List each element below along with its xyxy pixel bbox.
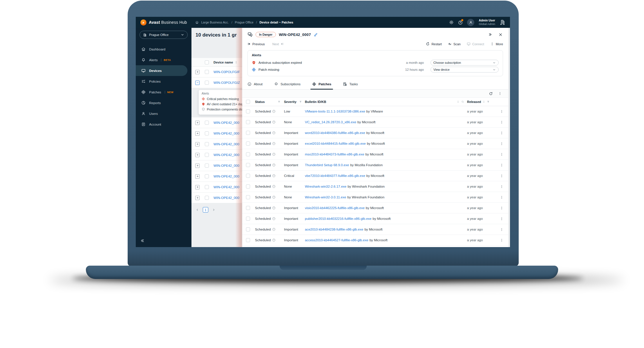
expand-row-button[interactable] <box>195 185 200 189</box>
row-menu-kebab-icon[interactable] <box>500 174 504 178</box>
bulletin-column-header[interactable]: Bulletin ID/KB <box>305 100 326 104</box>
row-checkbox[interactable] <box>246 184 250 188</box>
tab-about[interactable]: About <box>247 82 263 89</box>
sidebar-item-users[interactable]: Users <box>136 108 191 119</box>
help-button[interactable] <box>458 20 463 25</box>
bulletin-link[interactable]: Wireshark-win32-2.6.17.exe <box>305 185 346 188</box>
collapse-row-button[interactable] <box>195 81 200 85</box>
row-checkbox[interactable] <box>205 121 209 125</box>
row-checkbox[interactable] <box>246 131 250 135</box>
bulletin-link[interactable]: access2010-kb4464527-fullfile-x86-glb.ex… <box>305 238 368 242</box>
bulletin-link[interactable]: publisher2010-kb4032216-fullfile-x86-glb… <box>305 217 372 220</box>
row-menu-kebab-icon[interactable] <box>500 153 504 156</box>
expand-row-button[interactable] <box>195 70 200 74</box>
row-menu-kebab-icon[interactable] <box>500 163 504 167</box>
released-column-header[interactable]: Released <box>467 100 481 104</box>
status-column-header[interactable]: Status <box>255 100 265 104</box>
row-checkbox[interactable] <box>205 81 209 85</box>
filter-funnel-icon[interactable] <box>299 100 302 103</box>
filter-funnel-icon[interactable] <box>278 100 281 103</box>
bulletin-link[interactable]: mso2010-kb4484373-fullfile-x86-glb.exe <box>305 153 364 156</box>
select-all-checkbox[interactable] <box>205 60 209 64</box>
sidebar-item-account[interactable]: Account <box>136 119 191 130</box>
sort-icon[interactable] <box>235 61 238 64</box>
tab-tasks[interactable]: Tasks <box>343 82 358 89</box>
sort-icon[interactable] <box>457 100 460 103</box>
org-selector[interactable]: Prague Office <box>140 31 188 39</box>
previous-device-button[interactable]: Previous <box>247 42 265 46</box>
expand-row-button[interactable] <box>195 153 200 157</box>
bulletin-link[interactable]: ace2010-kb4484238-fullfile-x86-glb.exe <box>305 228 363 231</box>
page-number[interactable]: 1 <box>203 207 208 213</box>
row-menu-kebab-icon[interactable] <box>500 238 504 242</box>
refresh-icon[interactable] <box>489 92 493 96</box>
user-info[interactable]: Admin User Global Admin <box>479 19 495 26</box>
sidebar-item-alerts[interactable]: Alerts BETA <box>136 55 191 65</box>
row-checkbox[interactable] <box>246 109 250 113</box>
collapse-sidebar-button[interactable] <box>140 238 145 243</box>
page-prev-icon[interactable] <box>196 208 199 211</box>
row-checkbox[interactable] <box>246 217 250 221</box>
bulletin-link[interactable]: vbe72010-kb4484377-fullfile-x86-glb.exe <box>305 174 365 177</box>
row-checkbox[interactable] <box>246 163 250 167</box>
settings-gear-icon[interactable] <box>449 20 454 25</box>
row-checkbox[interactable] <box>205 70 209 74</box>
select-all-checkbox[interactable] <box>246 100 250 104</box>
table-menu-kebab-icon[interactable] <box>498 92 502 95</box>
alert-action-select[interactable]: View device <box>430 67 499 72</box>
bulletin-link[interactable]: Wireshark-win32-3.0.11.exe <box>305 195 346 199</box>
sort-icon[interactable] <box>482 100 485 103</box>
collapse-panel-icon[interactable] <box>488 32 492 37</box>
bulletin-link[interactable]: Thunderbird Setup 68.9.0.exe <box>305 163 349 167</box>
row-checkbox[interactable] <box>205 185 209 189</box>
expand-row-button[interactable] <box>195 121 200 125</box>
tab-subscriptions[interactable]: Subscriptions <box>274 82 301 89</box>
row-checkbox[interactable] <box>205 164 209 168</box>
row-menu-kebab-icon[interactable] <box>500 131 504 135</box>
breadcrumb-account[interactable]: Large Business Acc. <box>201 21 229 24</box>
sidebar-item-devices[interactable]: Devices <box>136 65 187 76</box>
device-link[interactable]: WIN-OPE42_000 <box>214 175 239 178</box>
bulletin-link[interactable]: visio2010-kb4462225-fullfile-x86-glb.exe <box>305 206 365 210</box>
row-checkbox[interactable] <box>205 131 209 135</box>
row-menu-kebab-icon[interactable] <box>500 228 504 231</box>
close-panel-icon[interactable] <box>499 33 502 37</box>
restart-button[interactable]: Restart <box>426 42 442 46</box>
expand-row-button[interactable] <box>195 131 200 136</box>
device-name-column-header[interactable]: Device name <box>214 61 233 64</box>
row-checkbox[interactable] <box>246 195 250 199</box>
home-icon[interactable] <box>195 21 199 24</box>
row-menu-kebab-icon[interactable] <box>500 185 504 188</box>
row-menu-kebab-icon[interactable] <box>500 142 504 146</box>
row-checkbox[interactable] <box>205 174 209 178</box>
row-checkbox[interactable] <box>246 238 250 242</box>
page-next-icon[interactable] <box>212 208 215 211</box>
breadcrumb-site[interactable]: Prague Office <box>235 21 254 24</box>
more-button[interactable]: More <box>490 42 503 46</box>
row-checkbox[interactable] <box>205 153 209 157</box>
tab-patches[interactable]: Patches <box>312 82 331 89</box>
device-link[interactable]: WIN-OPE42_000 <box>214 153 239 157</box>
row-checkbox[interactable] <box>205 142 209 146</box>
edit-name-icon[interactable] <box>314 33 318 37</box>
device-link[interactable]: WIN-OPE42_000 <box>214 196 239 200</box>
device-link[interactable]: WIN-OPE42_000 <box>214 142 239 146</box>
row-menu-kebab-icon[interactable] <box>500 206 504 210</box>
org-switcher-icon[interactable] <box>500 19 505 25</box>
row-checkbox[interactable] <box>246 152 250 156</box>
device-link[interactable]: WIN-O3POLFGIZ <box>214 81 240 84</box>
expand-row-button[interactable] <box>195 142 200 146</box>
expand-row-button[interactable] <box>195 174 200 179</box>
expand-row-button[interactable] <box>195 164 200 168</box>
filter-funnel-icon[interactable] <box>487 100 490 103</box>
row-checkbox[interactable] <box>246 120 250 124</box>
alert-action-select[interactable]: Choose subscription <box>430 60 499 66</box>
device-link[interactable]: WIN-OPE42_000 <box>214 121 239 124</box>
row-menu-kebab-icon[interactable] <box>500 110 504 113</box>
device-link[interactable]: WIN-OPE42_000 <box>214 132 239 135</box>
expand-row-button[interactable] <box>195 196 200 200</box>
row-menu-kebab-icon[interactable] <box>500 195 504 199</box>
bulletin-link[interactable]: VMware-tools-11.1.1-16303738-i386.exe <box>305 110 365 113</box>
row-menu-kebab-icon[interactable] <box>500 217 504 221</box>
avatar[interactable] <box>467 19 474 26</box>
